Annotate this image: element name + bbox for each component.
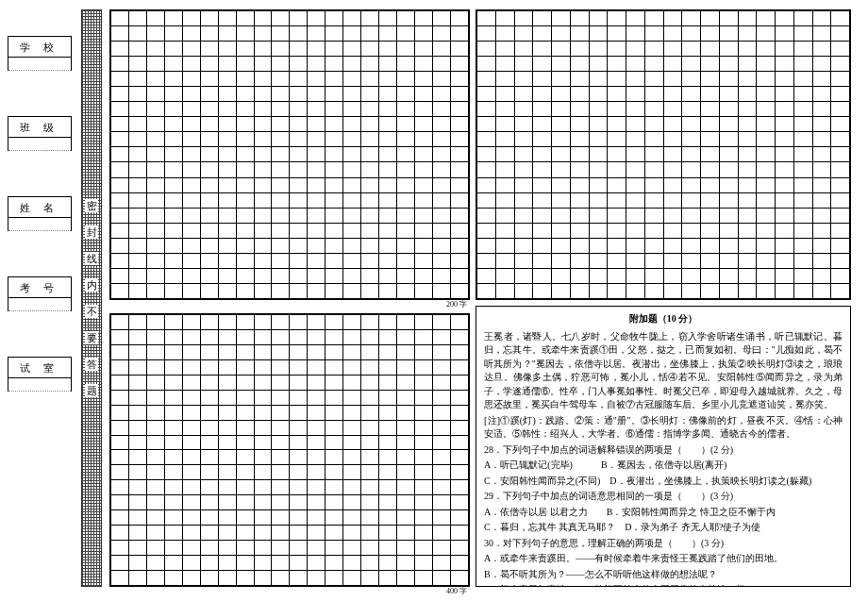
q29-opt-ab: A．依僧寺以居 以君之力 B．安阳韩性闻而异之 恃卫之臣不懈于内 xyxy=(484,506,843,520)
exam-no-box: 考 号 xyxy=(8,276,72,311)
q28-opt-cd: C．安阳韩性闻而异之(不同) D．夜潜出，坐佛膝上，执策映长明灯读之(躲藏) xyxy=(484,475,843,489)
name-value[interactable] xyxy=(8,218,71,231)
char-count-400: 400 字 xyxy=(446,586,467,596)
seal-char: 封 xyxy=(85,225,98,239)
passage-notes: [注]①蹊(灯)：践踏。②策：通"册"。③长明灯：佛像前的灯，昼夜不灭。④恬：心… xyxy=(484,414,843,442)
seal-char: 密 xyxy=(85,199,98,212)
school-value[interactable] xyxy=(8,58,71,71)
class-value[interactable] xyxy=(8,138,71,151)
student-info-column: 学 校 班 级 姓 名 考 号 试 室 xyxy=(8,36,72,392)
writing-grid-top[interactable]: 200 字 xyxy=(109,9,470,300)
writing-grid-right[interactable] xyxy=(476,9,851,300)
question-29: 29．下列句子中加点的词语意思相同的一项是（ ）(3 分) xyxy=(484,490,843,504)
q30-opt-c: C．门人事冕如事性。——他门下的人侍奉王冕像侍奉韩性一样。 xyxy=(484,583,843,587)
seal-char: 不 xyxy=(85,305,98,318)
passage-title: 附加题（10 分） xyxy=(484,312,843,326)
seal-char: 题 xyxy=(85,384,98,397)
reading-passage: 附加题（10 分） 王冕者，诸暨人。七八岁时，父命牧牛陇上，窃入学舍听诸生诵书，… xyxy=(476,306,851,587)
class-box: 班 级 xyxy=(8,116,72,151)
left-column: 200 字 400 字 xyxy=(109,9,470,587)
q30-opt-b: B．曷不听其所为？——怎么不听听他这样做的想法呢？ xyxy=(484,568,843,582)
room-box: 试 室 xyxy=(8,357,72,392)
name-label: 姓 名 xyxy=(8,197,71,218)
exam-no-value[interactable] xyxy=(8,298,71,311)
room-label: 试 室 xyxy=(8,358,71,378)
char-count-200: 200 字 xyxy=(446,299,467,309)
school-label: 学 校 xyxy=(8,37,71,58)
question-30: 30．对下列句子的意思，理解正确的两项是（ ）(3 分) xyxy=(484,537,843,551)
class-label: 班 级 xyxy=(8,117,71,138)
seal-char: 线 xyxy=(85,252,98,265)
question-28: 28．下列句子中加点的词语解释错误的两项是（ ）(2 分) xyxy=(484,443,843,458)
school-box: 学 校 xyxy=(8,36,72,71)
q29-opt-cd: C．暮归，忘其牛 其真无马耶？ D．录为弟子 齐无人耶?使子为使 xyxy=(484,521,843,535)
exam-no-label: 考 号 xyxy=(8,277,71,298)
seal-char: 内 xyxy=(85,278,98,292)
right-column: 附加题（10 分） 王冕者，诸暨人。七八岁时，父命牧牛陇上，窃入学舍听诸生诵书，… xyxy=(476,9,851,587)
main-area: 200 字 400 字 附加题（10 分） 王冕者，诸暨人。七八岁时，父命牧牛陇… xyxy=(109,9,857,587)
room-value[interactable] xyxy=(8,378,71,392)
name-box: 姓 名 xyxy=(8,196,72,231)
writing-grid-bottom[interactable]: 400 字 xyxy=(109,313,470,587)
q30-opt-a: A．或牵牛来责蹊田。——有时候牵着牛来责怪王冕践踏了他们的田地。 xyxy=(484,552,843,566)
seal-strip: 密 封 线 内 不 要 答 题 xyxy=(81,9,102,587)
q28-opt-ab: A．听已辄默记(完毕) B．冕因去，依僧寺以居(离开) xyxy=(484,459,843,473)
seal-char: 要 xyxy=(85,331,98,344)
passage-body: 王冕者，诸暨人。七八岁时，父命牧牛陇上，窃入学舍听诸生诵书，听已辄默记。暮归，忘… xyxy=(484,330,843,412)
seal-char: 答 xyxy=(85,358,98,371)
